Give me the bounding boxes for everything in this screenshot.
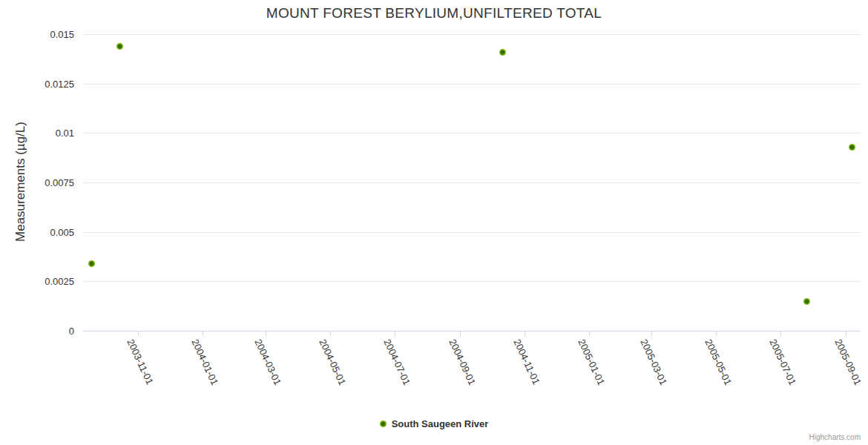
legend-item[interactable]: South Saugeen River [0, 417, 868, 430]
x-axis-tick [330, 332, 331, 336]
y-gridline [83, 182, 861, 183]
x-axis-tick [780, 332, 781, 336]
x-axis-tick [525, 332, 525, 336]
x-axis-tick [716, 332, 717, 336]
y-gridline [83, 133, 861, 134]
x-axis-label: 2004-07-01 [381, 337, 412, 387]
chart-container: MOUNT FOREST BERYLIUM,UNFILTERED TOTAL M… [0, 0, 868, 445]
x-axis-label: 2004-11-01 [512, 337, 542, 386]
y-gridline [83, 34, 861, 35]
x-axis-label: 2005-03-01 [638, 337, 669, 387]
y-axis-label: 0.0025 [0, 276, 74, 287]
x-axis-tick [395, 332, 395, 336]
highcharts-credit-link[interactable]: Highcharts.com [809, 433, 861, 441]
chart-title: MOUNT FOREST BERYLIUM,UNFILTERED TOTAL [0, 5, 868, 22]
legend-label: South Saugeen River [392, 418, 489, 429]
x-axis-tick [138, 332, 139, 336]
x-axis-line [83, 331, 861, 332]
y-axis-label: 0.015 [0, 29, 74, 40]
y-axis-label: 0.0075 [0, 177, 74, 188]
x-axis-label: 2005-07-01 [767, 337, 798, 387]
y-axis-label: 0.01 [0, 128, 74, 139]
x-axis-label: 2004-05-01 [318, 337, 349, 387]
data-point-marker[interactable] [849, 144, 855, 151]
legend-marker-icon [380, 421, 387, 427]
data-point-marker[interactable] [88, 260, 95, 267]
data-point-marker[interactable] [116, 43, 123, 50]
x-axis-tick [266, 332, 266, 336]
x-axis-label: 2004-09-01 [447, 337, 479, 387]
x-axis-label: 2004-03-01 [253, 337, 284, 387]
data-point-marker[interactable] [803, 298, 810, 305]
x-axis-label: 2003-11-01 [125, 337, 155, 386]
x-axis-tick [589, 332, 590, 336]
data-point-marker[interactable] [499, 49, 506, 56]
x-axis-label: 2005-09-01 [832, 337, 864, 387]
y-axis-label: 0 [0, 326, 74, 337]
y-axis-label: 0.0125 [0, 79, 74, 90]
x-axis-label: 2005-01-01 [576, 337, 607, 387]
x-axis-tick [460, 332, 461, 336]
x-axis-tick [651, 332, 652, 336]
y-gridline [83, 281, 861, 282]
y-gridline [83, 232, 861, 233]
y-gridline [83, 84, 861, 85]
y-axis-label: 0.005 [0, 227, 74, 238]
x-axis-tick [203, 332, 203, 336]
plot-area [83, 34, 861, 331]
x-axis-tick [846, 332, 846, 336]
x-axis-label: 2005-05-01 [703, 337, 734, 387]
x-axis-label: 2004-01-01 [189, 337, 220, 387]
